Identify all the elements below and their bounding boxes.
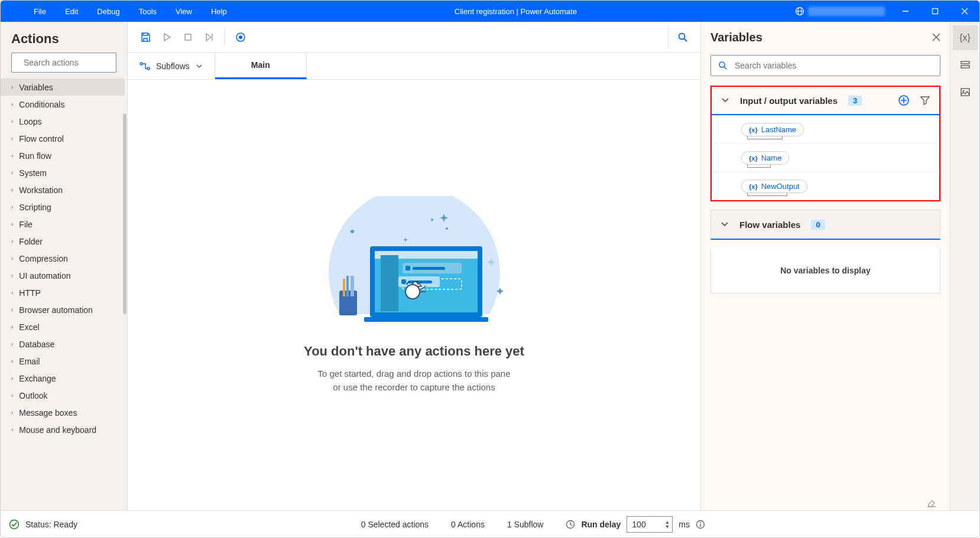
action-category-ui-automation[interactable]: ›UI automation [1, 267, 125, 284]
action-category-scripting[interactable]: ›Scripting [1, 198, 125, 216]
action-category-conditionals[interactable]: ›Conditionals [1, 96, 125, 113]
menu-bar: File Edit Debug Tools View Help [1, 2, 236, 21]
variables-search[interactable] [710, 55, 940, 76]
menu-help[interactable]: Help [202, 2, 236, 21]
action-category-browser-automation[interactable]: ›Browser automation [1, 301, 125, 318]
add-variable-button[interactable] [898, 94, 910, 106]
rail-variables-button[interactable]: {x} [953, 25, 978, 50]
variable-chip[interactable]: {x}NewOutput [741, 180, 807, 193]
environment-indicator[interactable] [795, 6, 891, 16]
action-category-folder[interactable]: ›Folder [1, 233, 125, 250]
variables-search-input[interactable] [735, 61, 933, 70]
close-button[interactable] [950, 1, 979, 22]
variable-name: Name [761, 154, 782, 162]
rail-ui-elements-button[interactable] [953, 53, 978, 77]
run-delay-input[interactable]: 100 ▲▼ [627, 516, 673, 533]
variable-row-newoutput[interactable]: {x}NewOutput [712, 172, 939, 200]
svg-rect-29 [401, 279, 406, 284]
chevron-right-icon: › [11, 426, 13, 433]
rail-images-button[interactable] [953, 80, 978, 105]
designer-area: Subflows Main [128, 22, 700, 510]
action-category-exchange[interactable]: ›Exchange [1, 370, 125, 387]
maximize-button[interactable] [920, 1, 950, 22]
chevron-right-icon: › [11, 409, 13, 416]
variable-row-lastname[interactable]: {x}LastName [712, 115, 939, 144]
canvas-empty-state[interactable]: You don't have any actions here yet To g… [128, 80, 700, 510]
eraser-button[interactable] [926, 497, 937, 508]
actions-list[interactable]: ›Variables ›Conditionals ›Loops ›Flow co… [1, 79, 127, 510]
step-button[interactable] [199, 27, 220, 48]
menu-edit[interactable]: Edit [56, 2, 87, 21]
action-category-message-boxes[interactable]: ›Message boxes [1, 404, 125, 421]
info-icon[interactable] [696, 520, 705, 529]
status-ok-icon [9, 519, 20, 530]
variable-row-name[interactable]: {x}Name [712, 144, 939, 172]
svg-rect-26 [413, 267, 445, 270]
menu-file[interactable]: File [24, 2, 56, 21]
stop-button[interactable] [177, 27, 199, 48]
subflows-dropdown[interactable]: Subflows [128, 53, 215, 79]
action-category-compression[interactable]: ›Compression [1, 250, 125, 267]
svg-rect-4 [933, 9, 938, 14]
clock-icon [566, 520, 575, 529]
svg-rect-47 [961, 89, 969, 96]
actions-search[interactable] [11, 53, 116, 73]
filter-button[interactable] [920, 96, 930, 105]
chevron-right-icon: › [11, 324, 13, 330]
chevron-right-icon: › [11, 341, 13, 347]
close-variables-button[interactable] [932, 33, 940, 41]
action-label: System [19, 168, 47, 178]
svg-point-36 [431, 219, 433, 221]
svg-rect-22 [364, 317, 488, 322]
variable-name: NewOutput [761, 182, 800, 191]
chevron-down-icon [196, 63, 203, 70]
action-label: Database [19, 340, 54, 349]
actions-search-input[interactable] [24, 58, 127, 67]
save-button[interactable] [135, 27, 156, 48]
menu-view[interactable]: View [166, 2, 202, 21]
tab-main[interactable]: Main [215, 53, 307, 79]
run-delay-value: 100 [632, 520, 645, 529]
chevron-right-icon: › [11, 392, 13, 399]
chevron-right-icon: › [11, 221, 13, 227]
action-category-loops[interactable]: ›Loops [1, 113, 125, 130]
action-category-database[interactable]: ›Database [1, 335, 125, 353]
flow-variables-header[interactable]: Flow variables 0 [711, 210, 940, 239]
variable-icon: {x} [749, 183, 758, 190]
action-category-mouse-keyboard[interactable]: ›Mouse and keyboard [1, 421, 125, 438]
svg-point-35 [446, 227, 448, 230]
action-category-run-flow[interactable]: ›Run flow [1, 147, 125, 164]
action-category-excel[interactable]: ›Excel [1, 318, 125, 335]
menu-tools[interactable]: Tools [129, 2, 166, 21]
variable-chip[interactable]: {x}LastName [741, 123, 804, 136]
svg-point-52 [700, 522, 701, 523]
spinner-buttons[interactable]: ▲▼ [664, 520, 670, 529]
search-canvas-button[interactable] [672, 27, 693, 48]
chevron-down-icon [721, 96, 729, 105]
io-variables-section: Input / output variables 3 {x}LastName {… [710, 86, 940, 201]
action-category-file[interactable]: ›File [1, 216, 125, 233]
action-category-variables[interactable]: ›Variables [1, 79, 125, 96]
run-button[interactable] [156, 27, 177, 48]
svg-rect-30 [408, 281, 432, 283]
svg-rect-25 [405, 266, 410, 270]
action-category-system[interactable]: ›System [1, 164, 125, 181]
actions-scrollbar[interactable] [123, 113, 126, 314]
action-category-workstation[interactable]: ›Workstation [1, 181, 125, 198]
action-label: Email [19, 357, 40, 366]
variable-chip[interactable]: {x}Name [741, 151, 789, 165]
chevron-right-icon: › [11, 135, 13, 142]
action-category-email[interactable]: ›Email [1, 353, 125, 370]
titlebar: File Edit Debug Tools View Help Client r… [1, 1, 979, 22]
minimize-button[interactable] [891, 1, 920, 22]
chevron-right-icon: › [11, 187, 13, 193]
ms-label: ms [679, 520, 690, 529]
action-category-http[interactable]: ›HTTP [1, 284, 125, 301]
action-category-flow-control[interactable]: ›Flow control [1, 130, 125, 147]
menu-debug[interactable]: Debug [87, 2, 129, 21]
svg-point-16 [147, 67, 150, 70]
recorder-button[interactable] [230, 27, 251, 48]
svg-point-13 [679, 33, 685, 39]
io-variables-header[interactable]: Input / output variables 3 [712, 87, 939, 115]
action-category-outlook[interactable]: ›Outlook [1, 387, 125, 404]
